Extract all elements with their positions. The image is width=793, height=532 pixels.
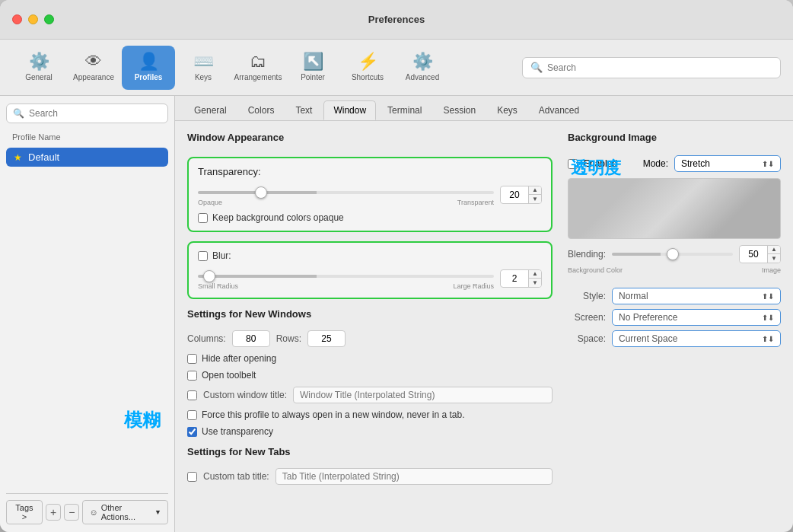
screen-chevron: ⬆⬇ [762, 314, 774, 322]
toolbar-item-shortcuts[interactable]: ⚡ Shortcuts [341, 46, 394, 90]
profile-name: Default [28, 151, 59, 163]
rows-input[interactable] [307, 330, 346, 347]
space-select[interactable]: Current Space ⬆⬇ [612, 330, 781, 347]
open-toolbelt-row: Open toolbelt [187, 370, 553, 381]
left-column: Window Appearance Transparency: Opaque T [187, 132, 553, 521]
toolbar-item-general[interactable]: ⚙️ General [12, 46, 65, 90]
tab-keys[interactable]: Keys [487, 100, 527, 120]
toolbar-item-pointer[interactable]: ↖️ Pointer [286, 46, 339, 90]
blending-value-group: 50 ▲ ▼ [739, 245, 781, 263]
tab-general[interactable]: General [184, 100, 237, 120]
custom-window-title-input[interactable] [293, 387, 553, 403]
sidebar-search-box[interactable]: 🔍 [6, 104, 168, 123]
custom-window-title-checkbox[interactable] [187, 390, 197, 400]
sidebar: 🔍 Profile Name ★ Default 模糊 Tags > + − ☺… [0, 96, 175, 532]
custom-window-title-row: Custom window title: [187, 387, 553, 403]
toolbar-item-advanced[interactable]: ⚙️ Advanced [396, 46, 449, 90]
blur-decrement[interactable]: ▼ [529, 279, 541, 287]
toolbar-label-pointer: Pointer [301, 73, 325, 81]
keep-bg-opaque-checkbox[interactable] [198, 213, 208, 223]
appearance-icon: 👁 [85, 53, 102, 70]
right-column: Background Image Enabled Mode: Stretch ⬆… [568, 132, 781, 521]
blending-row: Blending: 50 ▲ ▼ [568, 245, 781, 274]
transparency-min-label: Opaque [198, 199, 222, 206]
blur-slider-labels: Small Radius Large Radius [198, 282, 494, 290]
columns-rows-row: Columns: Rows: [187, 330, 553, 347]
toolbar-label-advanced: Advanced [406, 73, 439, 81]
custom-tab-title-label: Custom tab title: [203, 471, 269, 482]
blending-value-input[interactable]: 50 [740, 247, 767, 261]
preferences-window: Preferences ⚙️ General 👁 Appearance 👤 Pr… [0, 0, 793, 532]
space-row: Space: Current Space ⬆⬇ [568, 330, 781, 347]
blur-value-input[interactable]: 2 [501, 272, 528, 285]
space-label: Space: [568, 333, 606, 344]
profile-item-default[interactable]: ★ Default [6, 148, 168, 167]
transparency-decrement[interactable]: ▼ [529, 195, 541, 203]
use-transparency-checkbox[interactable] [187, 427, 197, 437]
main-content: 🔍 Profile Name ★ Default 模糊 Tags > + − ☺… [0, 96, 793, 532]
other-actions-label: Other Actions... [101, 503, 151, 521]
open-toolbelt-checkbox[interactable] [187, 371, 197, 381]
bg-mode-select[interactable]: Stretch ⬆⬇ [674, 155, 781, 172]
screen-select[interactable]: No Preference ⬆⬇ [612, 309, 781, 326]
blending-labels: Background Color Image [568, 266, 781, 274]
tab-advanced[interactable]: Advanced [529, 100, 589, 120]
transparency-value-input[interactable]: 20 [501, 188, 528, 202]
transparency-stepper: ▲ ▼ [528, 186, 541, 203]
maximize-button[interactable] [44, 14, 54, 24]
star-icon: ★ [14, 152, 22, 163]
close-button[interactable] [12, 14, 22, 24]
hide-after-opening-checkbox[interactable] [187, 354, 197, 364]
blur-increment[interactable]: ▲ [529, 270, 541, 279]
tab-window[interactable]: Window [323, 100, 376, 120]
toolbar-item-profiles[interactable]: 👤 Profiles [122, 46, 175, 90]
tags-button[interactable]: Tags > [6, 500, 43, 524]
transparency-value-input-group: 20 ▲ ▼ [500, 186, 542, 204]
custom-tab-title-input[interactable] [275, 468, 553, 485]
tab-terminal[interactable]: Terminal [377, 100, 432, 120]
bg-mode-value: Stretch [681, 158, 710, 169]
sidebar-search-input[interactable] [29, 108, 161, 119]
transparency-section: Transparency: Opaque Transparent [187, 157, 553, 232]
settings-new-windows-title: Settings for New Windows [187, 308, 553, 320]
blending-increment[interactable]: ▲ [768, 246, 780, 254]
blending-slider[interactable] [612, 253, 733, 256]
custom-tab-title-checkbox[interactable] [187, 472, 197, 482]
add-profile-button[interactable]: + [46, 504, 61, 521]
transparency-slider-labels: Opaque Transparent [198, 199, 494, 206]
space-value: Current Space [619, 333, 677, 344]
style-select[interactable]: Normal ⬆⬇ [612, 288, 781, 304]
bg-mode-chevron: ⬆⬇ [762, 160, 774, 168]
style-value: Normal [619, 291, 648, 301]
other-actions-button[interactable]: ☺ Other Actions... ▼ [82, 500, 168, 524]
profiles-icon: 👤 [139, 53, 159, 70]
sidebar-search-icon: 🔍 [13, 108, 24, 119]
tab-session[interactable]: Session [433, 100, 486, 120]
force-new-window-row: Force this profile to always open in a n… [187, 409, 553, 420]
bg-mode-label: Mode: [643, 158, 668, 169]
columns-input[interactable] [232, 330, 270, 347]
tabs-bar: General Colors Text Window Terminal Sess… [175, 96, 793, 121]
blur-slider[interactable] [198, 275, 494, 278]
toolbar-search-input[interactable] [547, 62, 772, 73]
toolbar-search-box[interactable]: 🔍 [522, 57, 781, 78]
custom-window-title-label: Custom window title: [203, 390, 287, 400]
toolbar: ⚙️ General 👁 Appearance 👤 Profiles ⌨️ Ke… [0, 40, 793, 96]
blending-decrement[interactable]: ▼ [768, 254, 780, 263]
toolbar-item-appearance[interactable]: 👁 Appearance [67, 46, 120, 90]
use-transparency-label: Use transparency [202, 426, 273, 437]
toolbar-item-arrangements[interactable]: 🗂 Arrangements [231, 46, 285, 90]
blur-checkbox[interactable] [198, 251, 208, 261]
blur-min-label: Small Radius [198, 282, 238, 290]
blending-left-label: Background Color [568, 266, 623, 274]
tab-colors[interactable]: Colors [238, 100, 285, 120]
minimize-button[interactable] [28, 14, 38, 24]
remove-profile-button[interactable]: − [64, 504, 79, 521]
style-screen-space-section: Style: Normal ⬆⬇ Screen: No Preference ⬆… [568, 288, 781, 347]
toolbar-item-keys[interactable]: ⌨️ Keys [177, 46, 230, 90]
tab-text[interactable]: Text [285, 100, 322, 120]
transparency-slider[interactable] [198, 191, 494, 194]
style-row: Style: Normal ⬆⬇ [568, 288, 781, 304]
force-new-window-checkbox[interactable] [187, 410, 197, 420]
transparency-increment[interactable]: ▲ [529, 186, 541, 195]
